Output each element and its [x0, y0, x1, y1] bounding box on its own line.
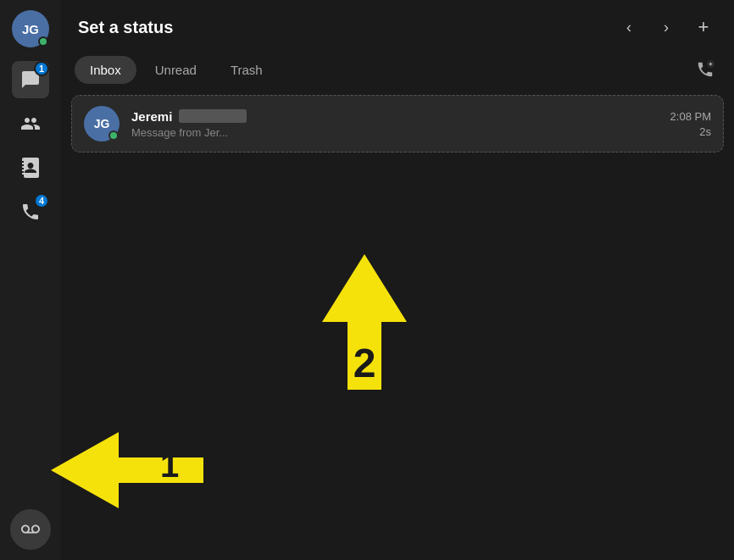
online-status-dot — [38, 36, 48, 47]
forward-button[interactable]: › — [653, 14, 680, 41]
calls-badge: 4 — [34, 193, 49, 208]
user-avatar[interactable]: JG — [12, 10, 49, 47]
message-avatar-initials: JG — [94, 117, 110, 130]
message-info: Jeremi Message from Jer... — [131, 109, 659, 139]
tab-inbox[interactable]: Inbox — [75, 56, 136, 84]
page-title: Set a status — [78, 18, 605, 37]
call-settings-button[interactable] — [690, 54, 720, 85]
add-button[interactable]: + — [690, 14, 717, 41]
chat-badge: 1 — [34, 61, 49, 76]
message-name-row: Jeremi — [131, 109, 659, 124]
message-avatar: JG — [84, 106, 120, 141]
message-online-dot — [108, 130, 119, 141]
sidebar-item-chat[interactable]: 1 — [12, 61, 49, 98]
addressbook-icon — [20, 158, 41, 178]
contacts-icon — [20, 114, 41, 134]
message-preview: Message from Jer... — [131, 126, 659, 139]
voicemail-icon — [21, 520, 40, 539]
message-time-column: 2:08 PM 2s — [670, 110, 711, 138]
message-item[interactable]: JG Jeremi Message from Jer... 2:08 PM 2s — [71, 95, 724, 152]
voicemail-button[interactable] — [10, 509, 51, 550]
message-sender-name: Jeremi — [131, 109, 172, 124]
back-button[interactable]: ‹ — [615, 14, 642, 41]
sidebar: JG 1 4 — [0, 0, 61, 560]
call-settings-icon — [696, 60, 715, 79]
sidebar-item-contacts[interactable] — [12, 105, 49, 142]
main-content: Set a status ‹ › + Inbox Unread Trash — [61, 0, 734, 560]
user-initials: JG — [22, 22, 39, 36]
tab-trash[interactable]: Trash — [215, 56, 278, 84]
app-container: JG 1 4 — [0, 0, 734, 560]
message-age: 2s — [699, 125, 711, 138]
message-sender-name-redacted — [179, 109, 247, 123]
tab-unread[interactable]: Unread — [140, 56, 212, 84]
sidebar-item-calls[interactable]: 4 — [12, 193, 49, 230]
message-list: JG Jeremi Message from Jer... 2:08 PM 2s — [61, 95, 734, 152]
sidebar-item-addressbook[interactable] — [12, 149, 49, 186]
tabs-row: Inbox Unread Trash — [61, 54, 734, 85]
message-time: 2:08 PM — [670, 110, 711, 123]
header: Set a status ‹ › + — [61, 0, 734, 54]
sidebar-bottom — [10, 509, 51, 550]
